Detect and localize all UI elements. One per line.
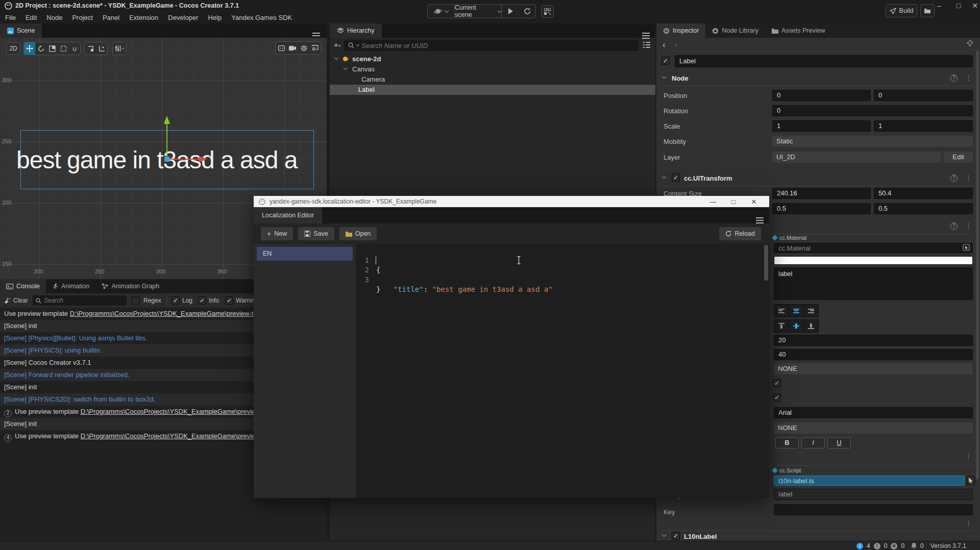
loc-new-button[interactable]: + New	[261, 227, 293, 240]
regex-checkbox[interactable]	[132, 296, 140, 305]
warning-checkbox[interactable]: ✓	[225, 296, 233, 305]
layer-dropdown[interactable]: UI_2D	[772, 152, 941, 163]
scene-gizmo-settings-button[interactable]	[298, 42, 309, 54]
loc-reload-button[interactable]: Reload	[719, 227, 761, 240]
anchor-tool-button[interactable]: ∪	[69, 42, 80, 55]
align-top-button[interactable]	[774, 320, 789, 332]
menu-panel[interactable]: Panel	[103, 14, 119, 21]
menu-developer[interactable]: Developer	[168, 14, 198, 21]
uitransform-checkbox[interactable]: ✓	[672, 173, 680, 182]
loc-code-editor[interactable]: 1 { 2 "title": "best game in t3asd a asd…	[356, 244, 769, 498]
underline-button[interactable]: U	[827, 437, 851, 448]
preview-target-button[interactable]	[428, 8, 454, 15]
open-build-folder-button[interactable]	[920, 4, 935, 17]
pixel-grid-button[interactable]	[276, 42, 287, 54]
loc-close-button[interactable]: ✕	[744, 198, 764, 206]
loc-minimize-button[interactable]: —	[703, 198, 723, 206]
hierarchy-menu-button[interactable]	[642, 30, 650, 38]
tab-animation[interactable]: Animation	[46, 279, 96, 293]
anchor-y-field[interactable]: 0.5	[874, 203, 973, 214]
layer-edit-button[interactable]: Edit	[944, 152, 973, 163]
tab-node-library[interactable]: Node Library	[705, 23, 765, 38]
play-button[interactable]	[502, 8, 519, 14]
section-chevron-icon[interactable]	[662, 74, 666, 79]
uitransform-menu-icon[interactable]: ⋮	[965, 174, 972, 182]
menu-file[interactable]: File	[5, 14, 16, 21]
tab-hierarchy[interactable]: Hierarchy	[330, 23, 382, 38]
help-icon[interactable]: ?	[950, 222, 958, 230]
minimize-button[interactable]: –	[933, 0, 945, 11]
console-search-input[interactable]: Search	[33, 295, 127, 306]
align-center-button[interactable]	[789, 305, 803, 317]
label-color-swatch[interactable]	[774, 256, 973, 265]
uitransform-section-header[interactable]: cc.UITransform	[684, 174, 732, 182]
tree-row-scene[interactable]: scene-2d	[330, 54, 655, 64]
loc-window-titlebar[interactable]: yandex-games-sdk.localization-editor - Y…	[254, 196, 769, 207]
restart-button[interactable]	[519, 8, 535, 15]
maximize-button[interactable]: □	[952, 0, 965, 11]
tree-row-canvas[interactable]: Canvas	[330, 64, 655, 74]
preview-qr-button[interactable]	[541, 5, 554, 18]
info-count-icon[interactable]: i	[856, 543, 863, 549]
bell-icon[interactable]	[911, 543, 917, 549]
hierarchy-search-input[interactable]: Search Name or UUID	[344, 40, 639, 51]
help-icon[interactable]: ?	[950, 174, 958, 182]
inspector-scrollbar[interactable]	[976, 51, 979, 480]
align-middle-button[interactable]	[789, 320, 803, 332]
build-button[interactable]: Build	[886, 4, 917, 17]
scale-y-field[interactable]: 1	[874, 120, 973, 132]
position-x-field[interactable]: 0	[772, 90, 871, 101]
scene-select-dropdown[interactable]: Current scene	[455, 4, 501, 18]
menu-edit[interactable]: Edit	[26, 14, 37, 21]
loc-save-button[interactable]: Save	[298, 227, 334, 240]
string-prop-field[interactable]: label	[774, 489, 973, 500]
script-footer-menu-icon[interactable]: ⋮	[965, 519, 972, 527]
material-field[interactable]: cc.Material	[774, 243, 973, 253]
label-menu-icon[interactable]: ⋮	[965, 222, 972, 230]
menu-node[interactable]: Node	[46, 14, 62, 21]
language-item-en[interactable]: EN	[257, 247, 353, 261]
script-picker-button[interactable]	[967, 476, 975, 485]
align-bottom-button[interactable]	[804, 320, 818, 332]
help-icon[interactable]: ?	[950, 74, 958, 82]
rotation-z-field[interactable]: 0	[772, 105, 973, 116]
loc-maximize-button[interactable]: □	[723, 198, 744, 206]
tab-animation-graph[interactable]: Animation Graph	[95, 279, 165, 293]
node-section-header[interactable]: Node	[672, 74, 689, 82]
gizmo-sliders-button[interactable]	[113, 42, 126, 55]
tab-inspector[interactable]: Inspector	[656, 23, 705, 38]
scale-tool-button[interactable]	[46, 42, 58, 55]
line-height-field[interactable]: 40	[774, 349, 973, 360]
rotate-tool-button[interactable]	[35, 42, 46, 55]
tab-assets-preview[interactable]: Assets Preview	[765, 23, 831, 38]
nav-back-button[interactable]: ‹	[663, 40, 666, 50]
l10nlabel-section-header[interactable]: L10nLabel	[684, 533, 717, 540]
scene-menu-button[interactable]	[312, 30, 320, 38]
create-node-button[interactable]: +˅	[334, 40, 341, 49]
content-size-h-field[interactable]: 50.4	[874, 188, 973, 199]
label-option-checkbox[interactable]: ✓	[773, 393, 781, 402]
menu-extension[interactable]: Extension	[129, 14, 158, 21]
align-left-button[interactable]	[774, 305, 789, 317]
menu-help[interactable]: Help	[208, 14, 222, 21]
label-option-checkbox[interactable]: ✓	[773, 379, 781, 387]
node-menu-icon[interactable]: ⋮	[965, 74, 972, 82]
log-link[interactable]: D:\Programms\CocosProjects\YSDK_ExampleG…	[81, 432, 274, 440]
loc-menu-button[interactable]	[756, 215, 764, 222]
snap-move-button[interactable]	[85, 42, 96, 55]
nav-forward-button[interactable]: ›	[675, 40, 678, 50]
snap-rotate-button[interactable]	[96, 42, 107, 55]
overflow-dropdown[interactable]: NONE	[774, 363, 973, 374]
bitmap-font-dropdown[interactable]: NONE	[774, 422, 973, 434]
tree-row-camera[interactable]: Camera	[330, 74, 655, 85]
rect-tool-button[interactable]	[58, 42, 69, 55]
font-family-field[interactable]: Arial	[774, 407, 973, 418]
info-checkbox[interactable]: ✓	[198, 296, 206, 305]
script-file-field[interactable]: l10n-label.ts	[774, 476, 965, 486]
move-tool-button[interactable]	[24, 42, 35, 55]
error-count-icon[interactable]: ✕	[891, 543, 897, 549]
menu-yandex-games-sdk[interactable]: Yandex.Games SDK	[231, 14, 292, 21]
content-size-w-field[interactable]: 240.16	[772, 188, 871, 199]
tab-localization-editor[interactable]: Localization Editor	[254, 207, 322, 223]
label-footer-menu-icon[interactable]: ⋮	[965, 452, 972, 460]
